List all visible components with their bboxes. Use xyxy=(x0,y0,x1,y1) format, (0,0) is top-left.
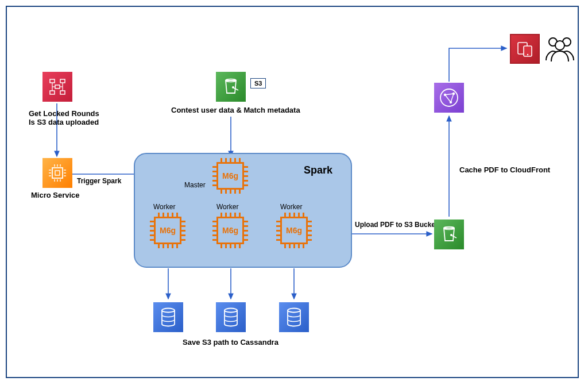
svg-point-51 xyxy=(527,54,528,55)
upload-pdf-label: Upload PDF to S3 Bucket xyxy=(355,221,438,229)
trigger-spark-label: Trigger Spark xyxy=(77,177,121,185)
s3-top-desc: Contest user data & Match metadata xyxy=(171,106,300,114)
worker-label-1: Worker xyxy=(153,203,175,211)
spark-worker-chip-1: M6g xyxy=(150,213,185,248)
svg-point-38 xyxy=(288,309,300,313)
svg-line-48 xyxy=(445,95,451,102)
chip-label: M6g xyxy=(216,162,244,190)
chip-label: M6g xyxy=(280,217,308,244)
users-icon xyxy=(544,34,575,65)
stepfn-desc: Get Locked Rounds Is S3 data uploaded xyxy=(29,109,99,126)
svg-rect-8 xyxy=(50,79,55,83)
svg-line-41 xyxy=(452,236,457,238)
svg-line-46 xyxy=(445,94,454,95)
svg-rect-20 xyxy=(55,171,60,175)
worker-label-3: Worker xyxy=(280,203,302,211)
svg-point-54 xyxy=(555,41,564,50)
diagram-frame: Get Locked Rounds Is S3 data uploaded Mi… xyxy=(6,6,579,378)
devices-icon xyxy=(510,34,540,64)
spark-master-chip: M6g xyxy=(212,158,248,194)
spark-title: Spark xyxy=(304,164,332,176)
cloudfront-icon xyxy=(434,83,464,113)
cassandra-icon-2 xyxy=(216,302,246,332)
svg-line-47 xyxy=(451,94,454,102)
microservice-label: Micro Service xyxy=(31,191,80,199)
spark-worker-chip-3: M6g xyxy=(276,213,312,248)
svg-rect-19 xyxy=(52,168,63,178)
worker-label-2: Worker xyxy=(216,203,238,211)
s3-top-icon xyxy=(216,72,246,102)
microservice-icon xyxy=(42,158,72,188)
cassandra-icon-3 xyxy=(279,302,309,332)
cassandra-desc: Save S3 path to Cassandra xyxy=(183,338,278,346)
svg-point-36 xyxy=(162,309,175,313)
svg-rect-10 xyxy=(55,85,60,88)
svg-point-42 xyxy=(440,89,458,106)
svg-line-35 xyxy=(234,88,238,90)
spark-worker-chip-2: M6g xyxy=(212,213,248,248)
master-label: Master xyxy=(184,181,206,189)
s3-right-icon xyxy=(434,220,464,249)
s3-tag: S3 xyxy=(250,78,266,88)
svg-rect-12 xyxy=(60,91,65,94)
cassandra-icon-1 xyxy=(153,302,183,332)
svg-point-37 xyxy=(225,309,237,313)
stepfunctions-icon xyxy=(42,72,72,102)
cache-cloudfront-label: Cache PDF to CloudFront xyxy=(459,165,550,174)
chip-label: M6g xyxy=(216,217,244,244)
svg-rect-9 xyxy=(60,79,65,83)
chip-label: M6g xyxy=(154,217,181,244)
svg-rect-11 xyxy=(50,91,55,94)
